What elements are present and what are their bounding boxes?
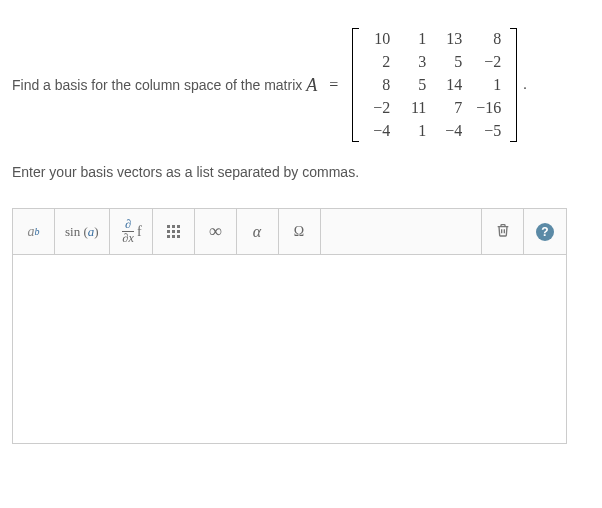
exponent-base: a bbox=[28, 224, 35, 240]
help-button[interactable]: ? bbox=[524, 209, 566, 254]
editor-toolbar: ab sin (a) ∂ ∂x f ∞ α bbox=[12, 208, 567, 254]
matrix-cell: 5 bbox=[404, 76, 426, 94]
matrix-cell: −16 bbox=[476, 99, 501, 117]
trig-close: ) bbox=[94, 224, 98, 240]
alpha-icon: α bbox=[253, 223, 261, 241]
derivative-button[interactable]: ∂ ∂x f bbox=[110, 209, 153, 254]
alpha-button[interactable]: α bbox=[237, 209, 279, 254]
exponent-sup: b bbox=[35, 226, 40, 237]
matrix-cell: 5 bbox=[440, 53, 462, 71]
matrix-cell: 7 bbox=[440, 99, 462, 117]
matrix-cell: −2 bbox=[476, 53, 501, 71]
matrix-cell: 13 bbox=[440, 30, 462, 48]
math-editor: ab sin (a) ∂ ∂x f ∞ α bbox=[12, 208, 567, 444]
help-icon: ? bbox=[536, 223, 554, 241]
exponent-button[interactable]: ab bbox=[13, 209, 55, 254]
trig-fn: sin bbox=[65, 224, 80, 240]
prompt-text: Find a basis for the column space of the… bbox=[12, 77, 302, 93]
problem-statement: Find a basis for the column space of the… bbox=[12, 20, 590, 150]
trash-icon bbox=[495, 222, 511, 242]
keypad-button[interactable] bbox=[153, 209, 195, 254]
equals-sign: = bbox=[329, 76, 338, 94]
matrix: 10 1 13 8 2 3 5 −2 8 5 14 1 −2 11 7 −16 … bbox=[352, 28, 517, 142]
instruction-text: Enter your basis vectors as a list separ… bbox=[12, 164, 590, 180]
matrix-cell: 8 bbox=[476, 30, 501, 48]
matrix-cell: −4 bbox=[440, 122, 462, 140]
period: . bbox=[523, 77, 527, 93]
answer-input[interactable] bbox=[12, 254, 567, 444]
matrix-cell: −5 bbox=[476, 122, 501, 140]
keypad-icon bbox=[167, 225, 180, 238]
deriv-top: ∂ bbox=[122, 218, 134, 232]
matrix-cell: 8 bbox=[368, 76, 390, 94]
matrix-cell: 10 bbox=[368, 30, 390, 48]
clear-button[interactable] bbox=[482, 209, 524, 254]
matrix-bracket-right bbox=[509, 28, 517, 142]
matrix-cell: −2 bbox=[368, 99, 390, 117]
infinity-icon: ∞ bbox=[209, 221, 222, 242]
matrix-cell: 3 bbox=[404, 53, 426, 71]
toolbar-spacer bbox=[321, 209, 482, 254]
matrix-bracket-left bbox=[352, 28, 360, 142]
infinity-button[interactable]: ∞ bbox=[195, 209, 237, 254]
omega-button[interactable]: Ω bbox=[279, 209, 321, 254]
matrix-cell: −4 bbox=[368, 122, 390, 140]
deriv-side: f bbox=[137, 224, 142, 240]
matrix-cell: 1 bbox=[404, 30, 426, 48]
matrix-cell: 1 bbox=[404, 122, 426, 140]
matrix-cell: 11 bbox=[404, 99, 426, 117]
matrix-variable: A bbox=[306, 75, 317, 96]
matrix-cell: 1 bbox=[476, 76, 501, 94]
omega-icon: Ω bbox=[294, 224, 304, 240]
matrix-cell: 14 bbox=[440, 76, 462, 94]
matrix-body: 10 1 13 8 2 3 5 −2 8 5 14 1 −2 11 7 −16 … bbox=[360, 28, 509, 142]
deriv-bot: ∂x bbox=[120, 232, 137, 245]
matrix-cell: 2 bbox=[368, 53, 390, 71]
trig-button[interactable]: sin (a) bbox=[55, 209, 110, 254]
